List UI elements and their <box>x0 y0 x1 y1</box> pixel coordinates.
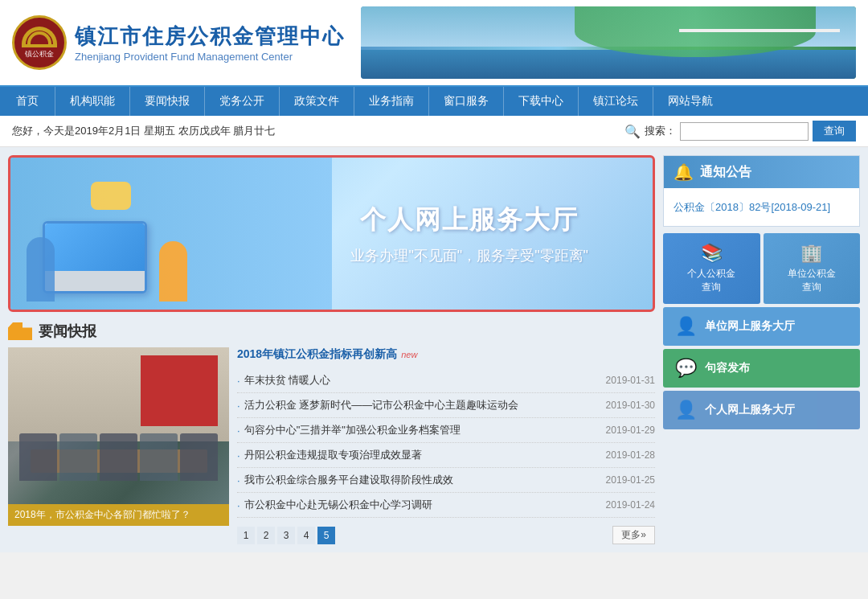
bullet-icon-5: · <box>237 474 240 486</box>
logo-small-text: 镇公积金 <box>25 49 54 59</box>
nav-item-guide[interactable]: 业务指南 <box>354 87 429 116</box>
search-label: 搜索： <box>645 124 676 138</box>
page-3[interactable]: 3 <box>277 527 295 544</box>
news-date-4: 2019-01-28 <box>606 449 655 461</box>
room-screen <box>141 355 218 426</box>
banner-text-area: 个人网上服务大厅 业务办理"不见面"，服务享受"零距离" <box>350 203 588 265</box>
news-link-6[interactable]: 市公积金中心赴无锡公积金中心学习调研 <box>244 498 598 512</box>
news-date-6: 2019-01-24 <box>606 499 655 511</box>
header-bridge <box>679 29 840 61</box>
personal-online-label: 个人网上服务大厅 <box>705 403 795 417</box>
title-block: 镇江市住房公积金管理中心 Zhenjiang Provident Fund Ma… <box>75 23 345 63</box>
search-icon: 🔍 <box>624 124 641 139</box>
page-4[interactable]: 4 <box>297 527 315 544</box>
news-link-2[interactable]: 活力公积金 逐梦新时代——记市公积金中心主题趣味运动会 <box>244 398 598 412</box>
nav-item-window[interactable]: 窗口服务 <box>429 87 504 116</box>
unit-query-btn[interactable]: 🏢 单位公积金查询 <box>764 233 861 304</box>
banner-figure-left <box>27 237 55 302</box>
nav-item-about[interactable]: 机构职能 <box>55 87 130 116</box>
news-link-4[interactable]: 丹阳公积金违规提取专项治理成效显著 <box>244 448 598 462</box>
banner-laptop-visual <box>43 221 147 293</box>
nav-item-party[interactable]: 党务公开 <box>205 87 280 116</box>
right-sidebar: 🔔 通知公告 公积金〔2018〕82号[2018-09-21] 📚 个人公积金查… <box>663 155 860 544</box>
bullet-icon-3: · <box>237 425 240 437</box>
main-nav: 首页 机构职能 要闻快报 党务公开 政策文件 业务指南 窗口服务 下载中心 镇江… <box>0 87 868 116</box>
unit-online-btn[interactable]: 👤 单位网上服务大厅 <box>663 307 860 346</box>
section-title: 要闻快报 <box>39 322 96 341</box>
greeting-text: 您好，今天是2019年2月1日 星期五 农历戊戌年 腊月廿七 <box>12 124 275 138</box>
banner-laptop-base <box>45 271 145 291</box>
nav-item-sitemap[interactable]: 网站导航 <box>653 87 727 116</box>
unit-person-icon: 👤 <box>675 316 697 337</box>
notice-header-text: 通知公告 <box>700 164 751 181</box>
book-icon: 📚 <box>667 243 756 264</box>
news-item-6: · 市公积金中心赴无锡公积金中心学习调研 2019-01-24 <box>237 493 655 518</box>
wechat-btn[interactable]: 💬 句容发布 <box>663 349 860 388</box>
nav-item-download[interactable]: 下载中心 <box>504 87 579 116</box>
unit-query-label: 单位公积金查询 <box>788 268 836 293</box>
news-item-5: · 我市公积金综合服务平台建设取得阶段性成效 2019-01-25 <box>237 468 655 493</box>
title-cn: 镇江市住房公积金管理中心 <box>75 23 345 51</box>
news-link-3[interactable]: 句容分中心"三措并举"加强公积金业务档案管理 <box>244 423 598 437</box>
header-banner-image <box>361 6 856 79</box>
banner-laptop-screen <box>45 224 145 271</box>
personal-query-label: 个人公积金查询 <box>687 268 735 293</box>
notice-header: 🔔 通知公告 <box>664 156 859 188</box>
page-numbers: 1 2 3 4 5 <box>237 527 335 544</box>
logo-circle: 镇公积金 <box>12 15 67 70</box>
notice-bell-icon: 🔔 <box>674 162 694 182</box>
new-badge: new <box>401 350 417 359</box>
news-date-2: 2019-01-30 <box>606 400 655 411</box>
wechat-label: 句容发布 <box>705 361 750 375</box>
news-caption: 2018年，市公积金中心各部门都忙啦了？ <box>8 504 229 526</box>
news-image-block: 2018年，市公积金中心各部门都忙啦了？ <box>8 347 229 544</box>
page-2[interactable]: 2 <box>257 527 275 544</box>
search-input[interactable] <box>680 122 809 141</box>
news-date-1: 2019-01-31 <box>606 375 655 386</box>
wechat-icon: 💬 <box>675 358 697 379</box>
nav-item-news[interactable]: 要闻快报 <box>130 87 205 116</box>
banner-yellow-bubble <box>91 182 131 210</box>
news-item-2: · 活力公积金 逐梦新时代——记市公积金中心主题趣味运动会 2019-01-30 <box>237 393 655 418</box>
banner-figure-right <box>159 241 187 302</box>
section-header: 要闻快报 <box>8 322 655 341</box>
news-image <box>8 347 229 504</box>
news-body: 2018年，市公积金中心各部门都忙啦了？ 2018年镇江公积金指标再创新高 ne… <box>8 347 655 544</box>
page-5-active[interactable]: 5 <box>317 527 335 544</box>
page-1[interactable]: 1 <box>237 527 255 544</box>
search-button[interactable]: 查询 <box>813 121 856 142</box>
news-link-1[interactable]: 年末扶贫 情暖人心 <box>244 373 598 388</box>
personal-person-icon: 👤 <box>675 400 697 421</box>
status-bar: 您好，今天是2019年2月1日 星期五 农历戊戌年 腊月廿七 🔍 搜索： 查询 <box>0 116 868 147</box>
banner-main-text: 个人网上服务大厅 <box>350 203 588 238</box>
more-button[interactable]: 更多» <box>612 526 655 544</box>
nav-item-policy[interactable]: 政策文件 <box>280 87 354 116</box>
header: 镇公积金 镇江市住房公积金管理中心 Zhenjiang Provident Fu… <box>0 0 868 87</box>
news-item-1: · 年末扶贫 情暖人心 2019-01-31 <box>237 368 655 393</box>
news-section: 要闻快报 <box>8 322 655 544</box>
bullet-icon-6: · <box>237 499 240 511</box>
personal-query-btn[interactable]: 📚 个人公积金查询 <box>663 233 760 304</box>
news-date-3: 2019-01-29 <box>606 425 655 436</box>
title-en: Zhenjiang Provident Fund Management Cent… <box>75 51 345 63</box>
unit-online-label: 单位网上服务大厅 <box>705 319 795 334</box>
room-people <box>19 433 219 481</box>
notice-box: 🔔 通知公告 公积金〔2018〕82号[2018-09-21] <box>663 155 860 227</box>
personal-online-btn[interactable]: 👤 个人网上服务大厅 <box>663 391 860 429</box>
logo-base-line <box>22 44 57 47</box>
logo-area: 镇公积金 镇江市住房公积金管理中心 Zhenjiang Provident Fu… <box>12 15 345 70</box>
folder-icon <box>8 322 32 340</box>
notice-item-1[interactable]: 公积金〔2018〕82号[2018-09-21] <box>674 201 830 213</box>
nav-item-forum[interactable]: 镇江论坛 <box>579 87 653 116</box>
news-link-5[interactable]: 我市公积金综合服务平台建设取得阶段性成效 <box>244 473 598 487</box>
search-area: 🔍 搜索： 查询 <box>624 121 856 142</box>
notice-content: 公积金〔2018〕82号[2018-09-21] <box>664 188 859 226</box>
nav-item-home[interactable]: 首页 <box>0 87 55 116</box>
news-item-3: · 句容分中心"三措并举"加强公积金业务档案管理 2019-01-29 <box>237 418 655 443</box>
service-grid: 📚 个人公积金查询 🏢 单位公积金查询 <box>663 233 860 304</box>
news-list: 2018年镇江公积金指标再创新高 new · 年末扶贫 情暖人心 2019-01… <box>237 347 655 544</box>
banner[interactable]: 个人网上服务大厅 业务办理"不见面"，服务享受"零距离" <box>8 155 655 312</box>
news-headline-link[interactable]: 2018年镇江公积金指标再创新高 <box>237 347 397 362</box>
bullet-icon-2: · <box>237 400 240 412</box>
news-date-5: 2019-01-25 <box>606 474 655 486</box>
